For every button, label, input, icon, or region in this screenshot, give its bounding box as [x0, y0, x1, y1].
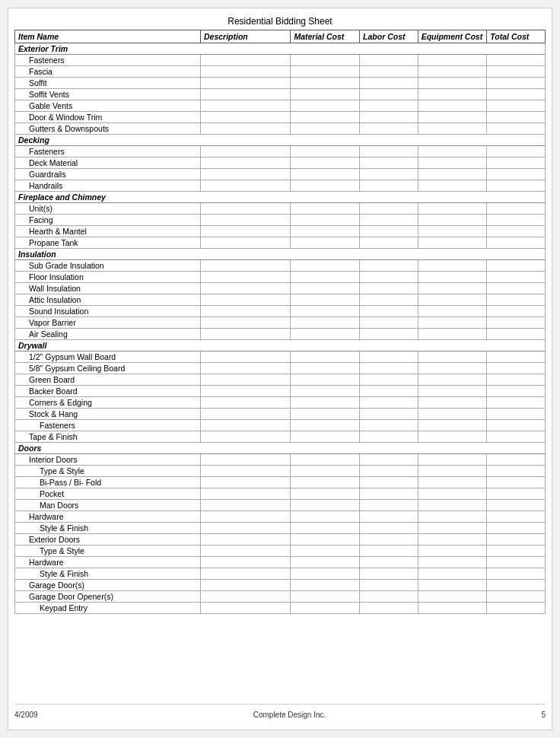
item-value — [360, 511, 418, 523]
table-row: Unit(s) — [15, 203, 546, 215]
item-value — [487, 66, 546, 78]
item-value — [291, 55, 360, 66]
item-value — [360, 568, 418, 580]
item-value — [487, 272, 546, 283]
item-value — [200, 409, 290, 420]
item-name: Style & Finish — [15, 523, 201, 534]
item-value — [487, 352, 546, 363]
item-value — [487, 123, 546, 135]
item-value — [200, 237, 290, 249]
item-name: Fasteners — [15, 146, 201, 157]
footer: 4/2009 Complete Design Inc. 5 — [14, 704, 546, 722]
item-value — [200, 431, 290, 443]
item-value — [418, 123, 487, 135]
item-value — [418, 89, 487, 100]
item-value — [200, 283, 290, 294]
item-value — [200, 374, 290, 386]
item-value — [360, 466, 418, 477]
item-name: Facing — [15, 215, 201, 226]
item-value — [487, 329, 546, 340]
table-row: Guardrails — [15, 169, 546, 180]
item-value — [291, 591, 360, 603]
table-row: Propane Tank — [15, 237, 546, 249]
item-value — [418, 603, 487, 614]
footer-date: 4/2009 — [14, 711, 38, 719]
item-value — [291, 272, 360, 283]
item-value — [487, 100, 546, 112]
item-value — [360, 215, 418, 226]
table-row: Handrails — [15, 180, 546, 192]
item-value — [360, 500, 418, 511]
item-value — [487, 557, 546, 568]
item-value — [291, 215, 360, 226]
item-value — [418, 374, 487, 386]
item-value — [487, 374, 546, 386]
item-value — [200, 523, 290, 534]
item-value — [418, 237, 487, 249]
item-value — [418, 66, 487, 78]
item-value — [360, 591, 418, 603]
item-value — [200, 454, 290, 466]
item-name: Attic Insulation — [15, 294, 201, 306]
item-value — [200, 511, 290, 523]
item-value — [200, 329, 290, 340]
item-value — [418, 306, 487, 317]
table-row: Garage Door Opener(s) — [15, 591, 546, 603]
table-row: Type & Style — [15, 546, 546, 557]
item-value — [360, 329, 418, 340]
table-header-row: Item Name Description Material Cost Labo… — [15, 30, 546, 43]
item-value — [291, 603, 360, 614]
item-name: Soffit Vents — [15, 89, 201, 100]
item-value — [360, 89, 418, 100]
item-value — [418, 180, 487, 192]
item-value — [418, 523, 487, 534]
item-value — [200, 557, 290, 568]
item-value — [200, 169, 290, 180]
table-row: Facing — [15, 215, 546, 226]
item-value — [291, 294, 360, 306]
item-value — [200, 352, 290, 363]
table-row: Wall Insulation — [15, 283, 546, 294]
item-name: Interior Doors — [15, 454, 201, 466]
col-description: Description — [200, 30, 290, 43]
table-row: Hardware — [15, 511, 546, 523]
item-value — [291, 546, 360, 557]
item-value — [360, 386, 418, 397]
item-value — [291, 386, 360, 397]
item-value — [360, 454, 418, 466]
item-value — [200, 466, 290, 477]
item-value — [360, 397, 418, 409]
section-header-row: Decking — [15, 135, 546, 146]
table-row: Exterior Doors — [15, 534, 546, 546]
item-value — [291, 226, 360, 237]
item-name: Gable Vents — [15, 100, 201, 112]
item-name: Sub Grade Insulation — [15, 260, 201, 272]
item-value — [487, 237, 546, 249]
item-value — [360, 78, 418, 89]
item-value — [487, 78, 546, 89]
item-value — [360, 557, 418, 568]
item-name: Unit(s) — [15, 203, 201, 215]
item-value — [487, 488, 546, 500]
item-value — [360, 55, 418, 66]
item-value — [418, 534, 487, 546]
item-value — [200, 260, 290, 272]
item-value — [291, 557, 360, 568]
section-label: Insulation — [15, 249, 546, 260]
item-name: 1/2" Gypsum Wall Board — [15, 352, 201, 363]
item-name: Backer Board — [15, 386, 201, 397]
table-row: 5/8" Gypsum Ceiling Board — [15, 363, 546, 374]
section-label: Drywall — [15, 340, 546, 352]
item-value — [291, 180, 360, 192]
item-value — [291, 500, 360, 511]
item-value — [418, 272, 487, 283]
item-value — [418, 500, 487, 511]
item-value — [418, 466, 487, 477]
item-value — [291, 146, 360, 157]
item-name: Garage Door Opener(s) — [15, 591, 201, 603]
item-value — [487, 317, 546, 329]
item-value — [418, 169, 487, 180]
item-value — [200, 488, 290, 500]
item-value — [200, 500, 290, 511]
item-value — [487, 226, 546, 237]
